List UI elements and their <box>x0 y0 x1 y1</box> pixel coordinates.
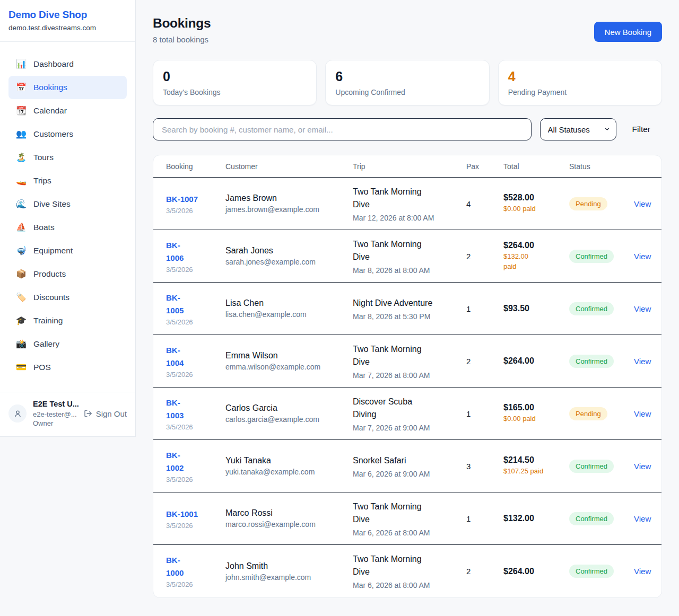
booking-cell: BK- 1003 3/5/2026 <box>166 397 225 431</box>
total-amount: $214.50 <box>503 455 569 465</box>
pax-cell: 3 <box>466 462 503 471</box>
customer-name: Yuki Tanaka <box>225 456 353 465</box>
filters-row: All Statuses Filter <box>153 118 662 140</box>
trip-time: Mar 6, 2026 at 8:00 AM <box>353 581 466 589</box>
trip-name: Snorkel Safari <box>353 454 466 467</box>
view-link[interactable]: View <box>634 567 650 576</box>
customer-cell: Sarah Jones sarah.jones@example.com <box>225 246 353 266</box>
total-amount: $528.00 <box>503 193 569 203</box>
sidebar-item-gallery[interactable]: 📸 Gallery <box>8 332 127 356</box>
status-badge: Pending <box>569 197 607 210</box>
app-root: Demo Dive Shop demo.test.divestreams.com… <box>0 0 679 615</box>
booking-id-link[interactable]: BK- 1006 <box>166 239 225 265</box>
view-link[interactable]: View <box>634 409 650 418</box>
booking-id-link[interactable]: BK- 1002 <box>166 449 225 474</box>
sailboat-icon: ⛵ <box>16 223 27 232</box>
column-header-total: Total <box>503 162 569 171</box>
sidebar-item-label: Boats <box>33 223 55 232</box>
view-link[interactable]: View <box>634 462 650 471</box>
page-title: Bookings <box>153 16 211 31</box>
customer-email: lisa.chen@example.com <box>225 310 353 319</box>
sidebar-item-boats[interactable]: ⛵ Boats <box>8 216 127 239</box>
booking-id-link[interactable]: BK- 1005 <box>166 292 225 317</box>
sidebar-item-label: POS <box>33 363 51 372</box>
view-link[interactable]: View <box>634 252 650 261</box>
booking-id-link[interactable]: BK-1001 <box>166 508 225 521</box>
view-link[interactable]: View <box>634 199 650 208</box>
tag-icon: 🏷️ <box>16 293 27 302</box>
status-badge: Confirmed <box>569 355 614 368</box>
new-booking-button[interactable]: New Booking <box>594 22 662 42</box>
customer-cell: Yuki Tanaka yuki.tanaka@example.com <box>225 456 353 476</box>
customer-name: Emma Wilson <box>225 351 353 360</box>
trip-time: Mar 6, 2026 at 9:00 AM <box>353 470 466 478</box>
sidebar-footer: E2E Test U... e2e-tester@... Owner Sign … <box>0 392 135 436</box>
sidebar-item-label: Bookings <box>33 83 67 92</box>
sidebar-item-discounts[interactable]: 🏷️ Discounts <box>8 286 127 309</box>
column-header-customer: Customer <box>225 162 353 171</box>
filter-button[interactable]: Filter <box>625 125 662 134</box>
booking-id-link[interactable]: BK-1007 <box>166 193 225 206</box>
page-header: Bookings 8 total bookings New Booking <box>153 16 662 44</box>
graduation-cap-icon: 🎓 <box>16 316 27 325</box>
user-role: Owner <box>33 419 77 428</box>
speedboat-icon: 🚤 <box>16 177 27 185</box>
page-subtitle: 8 total bookings <box>153 35 211 44</box>
sidebar-item-label: Dive Sites <box>33 199 71 209</box>
credit-card-icon: 💳 <box>16 363 27 372</box>
booking-cell: BK- 1000 3/5/2026 <box>166 554 225 588</box>
bookings-table: Booking Customer Trip Pax Total Status B… <box>153 155 662 598</box>
booking-cell: BK- 1004 3/5/2026 <box>166 344 225 379</box>
customer-cell: Marco Rossi marco.rossi@example.com <box>225 508 353 529</box>
table-row: BK- 1003 3/5/2026 Carlos Garcia carlos.g… <box>153 388 661 440</box>
booking-cell: BK- 1006 3/5/2026 <box>166 239 225 274</box>
customer-cell: Emma Wilson emma.wilson@example.com <box>225 351 353 371</box>
sidebar-item-products[interactable]: 📦 Products <box>8 262 127 286</box>
sidebar-item-label: Discounts <box>33 293 69 302</box>
booking-id-link[interactable]: BK- 1000 <box>166 554 225 579</box>
sidebar-item-pos[interactable]: 💳 POS <box>8 356 127 379</box>
view-link[interactable]: View <box>634 357 650 366</box>
sidebar-item-customers[interactable]: 👥 Customers <box>8 122 127 146</box>
sidebar-item-bookings[interactable]: 📅 Bookings <box>8 76 127 99</box>
trip-cell: Two Tank Morning Dive Mar 8, 2026 at 8:0… <box>353 238 466 275</box>
customer-email: john.smith@example.com <box>225 573 353 582</box>
stat-label: Pending Payment <box>508 88 652 96</box>
booking-date: 3/5/2026 <box>166 318 225 326</box>
sidebar-item-dashboard[interactable]: 📊 Dashboard <box>8 52 127 76</box>
status-select[interactable]: All Statuses <box>540 118 616 140</box>
sidebar-item-tours[interactable]: 🏝️ Tours <box>8 146 127 169</box>
sidebar-item-dive-sites[interactable]: 🌊 Dive Sites <box>8 192 127 216</box>
table-row: BK- 1004 3/5/2026 Emma Wilson emma.wilso… <box>153 335 661 388</box>
booking-cell: BK- 1002 3/5/2026 <box>166 449 225 483</box>
booking-id-link[interactable]: BK- 1003 <box>166 397 225 422</box>
sidebar-item-label: Training <box>33 316 63 325</box>
total-cell: $264.00 $132.00 paid <box>503 241 569 272</box>
table-body: BK-1007 3/5/2026 James Brown james.brown… <box>153 178 661 597</box>
customer-email: sarah.jones@example.com <box>225 258 353 266</box>
status-badge: Confirmed <box>569 460 614 473</box>
customer-name: Carlos Garcia <box>225 403 353 413</box>
sidebar-item-training[interactable]: 🎓 Training <box>8 309 127 332</box>
sidebar-item-trips[interactable]: 🚤 Trips <box>8 169 127 192</box>
pax-cell: 2 <box>466 567 503 576</box>
booking-cell: BK-1001 3/5/2026 <box>166 508 225 530</box>
view-link[interactable]: View <box>634 304 650 313</box>
trip-time: Mar 8, 2026 at 8:00 AM <box>353 266 466 275</box>
sidebar-item-label: Equipment <box>33 246 73 256</box>
total-amount: $264.00 <box>503 241 569 250</box>
sidebar-item-calendar[interactable]: 📆 Calendar <box>8 99 127 122</box>
view-link[interactable]: View <box>634 514 650 523</box>
brand-domain: demo.test.divestreams.com <box>8 24 127 32</box>
status-select-wrap: All Statuses <box>540 118 616 140</box>
sign-out-button[interactable]: Sign Out <box>84 409 127 418</box>
sidebar-item-equipment[interactable]: 🤿 Equipment <box>8 239 127 262</box>
trip-name: Two Tank Morning Dive <box>353 238 466 263</box>
search-input[interactable] <box>153 118 532 140</box>
table-row: BK- 1002 3/5/2026 Yuki Tanaka yuki.tanak… <box>153 440 661 492</box>
booking-id-link[interactable]: BK- 1004 <box>166 344 225 369</box>
trip-name: Night Dive Adventure <box>353 297 466 310</box>
diving-mask-icon: 🤿 <box>16 247 27 255</box>
status-cell: Pending <box>569 197 634 210</box>
customer-email: carlos.garcia@example.com <box>225 415 353 424</box>
